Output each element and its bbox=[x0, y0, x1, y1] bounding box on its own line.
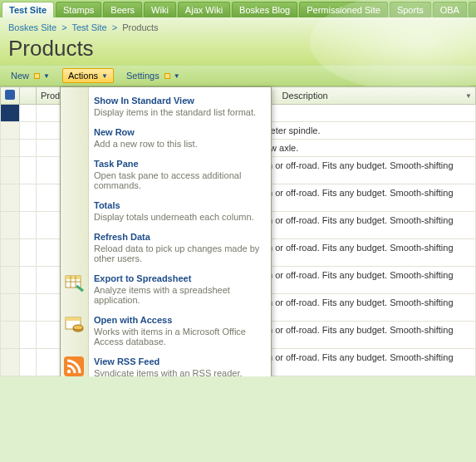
data-grid: ProductName ▼ Description ▼ etChromoly s… bbox=[0, 86, 476, 376]
content-area: ProductName ▼ Description ▼ etChromoly s… bbox=[0, 86, 476, 376]
svg-rect-7 bbox=[66, 317, 81, 321]
menu-item-totals[interactable]: TotalsDisplay totals underneath each col… bbox=[89, 195, 271, 227]
menu-item-title: View RSS Feed bbox=[94, 356, 263, 366]
cell-attachment[interactable] bbox=[20, 157, 37, 184]
row-selector[interactable] bbox=[1, 122, 20, 140]
dropdown-icon bbox=[164, 73, 170, 79]
page-title: Products bbox=[8, 34, 468, 61]
menu-item-view-rss-feed[interactable]: View RSS FeedSyndicate items with an RSS… bbox=[89, 351, 271, 376]
menu-item-description: Works with items in a Microsoft Office A… bbox=[94, 327, 263, 346]
nav-tab-ajax-wiki[interactable]: Ajax Wiki bbox=[178, 2, 230, 17]
nav-tab-stamps[interactable]: Stamps bbox=[56, 2, 101, 17]
cell-attachment[interactable] bbox=[20, 322, 37, 349]
nav-tab-boskes-blog[interactable]: Boskes Blog bbox=[232, 2, 297, 17]
actions-menu: Show In Standard ViewDisplay items in th… bbox=[60, 86, 272, 376]
row-selector[interactable] bbox=[1, 140, 20, 157]
menu-item-title: Show In Standard View bbox=[94, 96, 263, 106]
menu-item-title: Task Pane bbox=[94, 159, 263, 169]
cell-attachment[interactable] bbox=[20, 184, 37, 212]
menu-item-description: Reload data to pick up changes made by o… bbox=[94, 243, 263, 263]
menu-item-title: Totals bbox=[94, 200, 263, 210]
row-selector[interactable] bbox=[1, 322, 20, 349]
menu-item-description: Open task pane to access additional comm… bbox=[94, 170, 263, 190]
chevron-down-icon: ▼ bbox=[465, 92, 472, 100]
page-header: Boskes Site > Test Site > Products Produ… bbox=[0, 17, 476, 65]
row-selector[interactable] bbox=[1, 105, 20, 122]
rss-icon bbox=[64, 356, 84, 376]
breadcrumb-link-1[interactable]: Boskes Site bbox=[8, 22, 56, 32]
nav-tab-sports[interactable]: Sports bbox=[390, 2, 431, 17]
attachment-header[interactable] bbox=[20, 87, 37, 105]
breadcrumb-separator: > bbox=[110, 22, 120, 32]
cell-attachment[interactable] bbox=[20, 294, 37, 322]
settings-button-label: Settings bbox=[126, 71, 159, 81]
row-selector[interactable] bbox=[1, 239, 20, 267]
cell-attachment[interactable] bbox=[20, 212, 37, 239]
cell-attachment[interactable] bbox=[20, 140, 37, 157]
menu-item-description: Analyze items with a spreadsheet applica… bbox=[94, 285, 263, 305]
nav-tab-search[interactable]: Search bbox=[469, 2, 476, 17]
breadcrumb-current: Products bbox=[122, 22, 158, 32]
menu-item-title: Export to Spreadsheet bbox=[94, 273, 263, 283]
menu-item-description: Syndicate items with an RSS reader. bbox=[94, 368, 263, 376]
dropdown-icon bbox=[34, 73, 40, 79]
cell-attachment[interactable] bbox=[20, 349, 37, 376]
menu-item-description: Add a new row to this list. bbox=[94, 139, 263, 149]
svg-rect-1 bbox=[66, 276, 81, 279]
chevron-down-icon: ▼ bbox=[101, 72, 108, 80]
menu-item-title: Refresh Data bbox=[94, 232, 263, 242]
new-button-label: New bbox=[11, 71, 29, 81]
row-selector[interactable] bbox=[1, 349, 20, 376]
breadcrumb: Boskes Site > Test Site > Products bbox=[8, 22, 468, 34]
menu-item-description: Display items in the standard list forma… bbox=[94, 107, 263, 117]
nav-tab-permissioned-site[interactable]: Permissioned Site bbox=[299, 2, 388, 17]
row-selector[interactable] bbox=[1, 184, 20, 212]
row-selector[interactable] bbox=[1, 157, 20, 184]
nav-tab-wiki[interactable]: Wiki bbox=[144, 2, 176, 17]
cell-attachment[interactable] bbox=[20, 105, 37, 122]
nav-home-tab[interactable]: Test Site bbox=[2, 2, 54, 17]
svg-rect-10 bbox=[64, 356, 84, 376]
cell-attachment[interactable] bbox=[20, 267, 37, 294]
row-selector[interactable] bbox=[1, 294, 20, 322]
breadcrumb-link-2[interactable]: Test Site bbox=[71, 22, 106, 32]
nav-tab-beers[interactable]: Beers bbox=[103, 2, 142, 17]
menu-item-refresh-data[interactable]: Refresh DataReload data to pick up chang… bbox=[89, 227, 271, 268]
actions-button[interactable]: Actions ▼ bbox=[62, 68, 114, 83]
svg-point-9 bbox=[73, 325, 83, 330]
chevron-down-icon: ▼ bbox=[43, 72, 50, 80]
row-selector[interactable] bbox=[1, 212, 20, 239]
settings-button[interactable]: Settings ▼ bbox=[120, 68, 186, 83]
chevron-down-icon: ▼ bbox=[174, 72, 180, 80]
new-button[interactable]: New ▼ bbox=[5, 68, 56, 83]
menu-item-show-in-standard-view[interactable]: Show In Standard ViewDisplay items in th… bbox=[89, 91, 271, 122]
spreadsheet-icon bbox=[64, 273, 84, 293]
menu-item-description: Display totals underneath each column. bbox=[94, 212, 263, 222]
menu-item-new-row[interactable]: New RowAdd a new row to this list. bbox=[89, 122, 271, 154]
cell-attachment[interactable] bbox=[20, 122, 37, 140]
top-navigation: Test Site Stamps Beers Wiki Ajax Wiki Bo… bbox=[0, 0, 476, 17]
datasheet-icon bbox=[5, 90, 15, 100]
menu-item-task-pane[interactable]: Task PaneOpen task pane to access additi… bbox=[89, 154, 271, 195]
breadcrumb-separator: > bbox=[59, 22, 69, 32]
cell-attachment[interactable] bbox=[20, 239, 37, 267]
nav-tab-oba[interactable]: OBA bbox=[433, 2, 467, 17]
row-selector-header[interactable] bbox=[1, 87, 20, 105]
row-selector[interactable] bbox=[1, 267, 20, 294]
menu-item-title: New Row bbox=[94, 127, 263, 137]
access-icon bbox=[64, 315, 84, 335]
menu-item-open-with-access[interactable]: Open with AccessWorks with items in a Mi… bbox=[89, 310, 271, 351]
list-toolbar: New ▼ Actions ▼ Settings ▼ bbox=[0, 65, 476, 86]
svg-point-11 bbox=[67, 370, 71, 373]
actions-button-label: Actions bbox=[68, 71, 98, 81]
menu-item-export-to-spreadsheet[interactable]: Export to SpreadsheetAnalyze items with … bbox=[89, 268, 271, 310]
menu-item-title: Open with Access bbox=[94, 315, 263, 325]
